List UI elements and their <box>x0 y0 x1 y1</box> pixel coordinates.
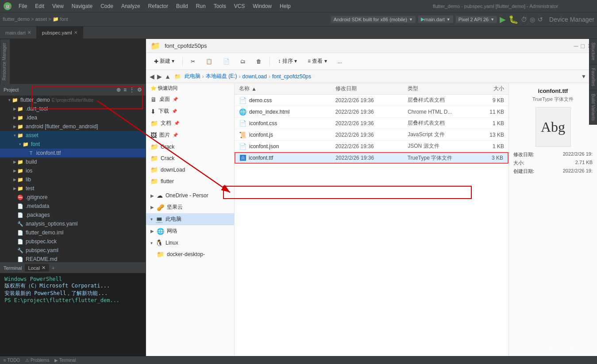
fe-nav-up[interactable]: ▲ <box>165 73 171 80</box>
tab-pubspec-yaml-close[interactable]: ✕ <box>74 30 77 35</box>
tab-main-dart[interactable]: main.dart ✕ <box>0 27 37 39</box>
fe-nav-onedrive[interactable]: ▶ ☁ OneDrive - Persor <box>146 190 234 201</box>
structure-tab[interactable]: Structure <box>589 39 597 65</box>
build-variants-tab[interactable]: Build Variants <box>589 90 597 125</box>
file-selector[interactable]: ▶ main.dart ▼ <box>418 15 453 23</box>
profile-button[interactable]: ⏱ <box>521 16 527 23</box>
tree-ios[interactable]: ▶ 📁 ios <box>0 166 146 175</box>
menu-edit[interactable]: Edit <box>31 2 48 10</box>
tab-pubspec-yaml[interactable]: pubspec.yaml ✕ <box>37 27 83 39</box>
tree-dart-tool[interactable]: ▶ 📁 .dart_tool <box>0 104 146 113</box>
tree-pubspec-yaml[interactable]: ▶ 🔧 pubspec.yaml <box>0 246 146 255</box>
file-row-iconfont-css[interactable]: 📄 iconfont.css 2022/2/26 19:36 层叠样式表文档 1… <box>235 118 508 129</box>
tab-main-dart-close[interactable]: ✕ <box>27 30 31 35</box>
run-button[interactable]: ▶ <box>500 15 506 24</box>
fe-bc-dropdown[interactable]: ▼ <box>581 73 586 80</box>
menu-vcs[interactable]: VCS <box>231 2 249 10</box>
fe-nav-jianguo[interactable]: ▶ 🥜 坚果云 <box>146 201 234 213</box>
menu-window[interactable]: Window <box>249 2 275 10</box>
resource-manager-tab[interactable]: Resource Manager <box>0 39 10 84</box>
coverage-button[interactable]: ◎ <box>530 16 535 23</box>
fe-nav-crack-2[interactable]: 📁 Crack <box>146 153 234 164</box>
fe-nav-crack-1[interactable]: 📁 Crack <box>146 141 234 153</box>
file-row-demo-html[interactable]: 🌐 demo_index.html 2022/2/26 19:36 Chrome… <box>235 106 508 118</box>
menu-tools[interactable]: Tools <box>210 2 230 10</box>
add-icon[interactable]: ⊕ <box>116 87 121 93</box>
terminal-tab-local[interactable]: Local ✕ <box>25 264 49 272</box>
file-row-demo-css[interactable]: 📄 demo.css 2022/2/26 19:36 层叠样式表文档 9 KB <box>235 95 508 106</box>
fe-nav-docker[interactable]: 📁 docker-desktop- <box>146 249 234 260</box>
tree-font[interactable]: ▾ 📁 font <box>0 140 146 149</box>
tree-gitignore[interactable]: ▶ ⛔ .gitignore <box>0 193 146 202</box>
fe-bc-download[interactable]: downLoad <box>243 73 267 80</box>
fe-bc-font[interactable]: font_cpofdz50ps <box>272 73 311 80</box>
menu-analyze[interactable]: Analyze <box>118 2 144 10</box>
tree-readme[interactable]: ▶ 📄 README.md <box>0 255 146 262</box>
menu-code[interactable]: Code <box>97 2 117 10</box>
tree-analysis-options[interactable]: ▶ 🔧 analysis_options.yaml <box>0 219 146 228</box>
gear-icon[interactable]: ⚙ <box>137 87 142 93</box>
menu-help[interactable]: Help <box>276 2 294 10</box>
terminal-add-button[interactable]: + <box>52 265 54 271</box>
tree-iconfont-ttf[interactable]: ▶ T iconfont.ttf <box>0 149 146 157</box>
fe-nav-network[interactable]: ▶ 🌐 网络 <box>146 225 234 237</box>
fe-col-size[interactable]: 大小 <box>480 85 504 92</box>
fe-col-date[interactable]: 修改日期 <box>335 85 408 92</box>
menu-file[interactable]: File <box>15 2 31 10</box>
menu-build[interactable]: Build <box>173 2 192 10</box>
device-selector[interactable]: Android SDK built for x86 (mobile) ▼ <box>331 16 416 23</box>
fe-nav-dl-folder[interactable]: 📁 downLoad <box>146 164 234 176</box>
tree-test[interactable]: ▶ 📁 test <box>0 184 146 193</box>
fe-cut-button[interactable]: ✂ <box>186 57 200 66</box>
terminal-tab-close[interactable]: ✕ <box>42 265 46 271</box>
tree-packages[interactable]: ▶ 📄 .packages <box>0 211 146 219</box>
fe-col-type[interactable]: 类型 <box>408 85 480 92</box>
statusbar-terminal[interactable]: ▶ Terminal <box>54 358 76 363</box>
tree-idea[interactable]: ▶ 📁 .idea <box>0 113 146 122</box>
fe-more-button[interactable]: ... <box>333 57 347 66</box>
fe-nav-flutter[interactable]: 📁 flutter <box>146 176 234 187</box>
fe-nav-desktop[interactable]: 🖥 桌面 📌 <box>146 93 234 105</box>
fe-nav-download[interactable]: ⬇ 下载 📌 <box>146 105 234 117</box>
fe-copy-button[interactable]: 📋 <box>201 57 217 66</box>
fe-minimize-button[interactable]: ─ <box>574 42 578 50</box>
fe-nav-documents[interactable]: 📁 文档 📌 <box>146 117 234 129</box>
fe-rename-button[interactable]: 🗂 <box>236 57 250 66</box>
api-selector[interactable]: Pixel 2 API 26 ▼ <box>456 16 497 23</box>
fe-nav-this-pc[interactable]: ▾ 💻 此电脑 <box>146 213 234 225</box>
fe-delete-button[interactable]: 🗑 <box>252 57 266 66</box>
tree-pubspec-lock[interactable]: ▶ 📄 pubspec.lock <box>0 237 146 246</box>
fe-view-button[interactable]: ≡ 查看 ▾ <box>303 56 331 67</box>
statusbar-problems[interactable]: ⚠ Problems <box>25 358 49 363</box>
fe-sort-button[interactable]: ↕ 排序 ▾ <box>273 56 301 67</box>
tree-metadata[interactable]: ▶ 📄 .metadata <box>0 202 146 211</box>
tree-lib[interactable]: ▶ 📁 lib <box>0 175 146 184</box>
tree-asset[interactable]: ▾ 📁 asset <box>0 131 146 140</box>
fe-nav-forward[interactable]: ▶ <box>157 73 162 80</box>
tree-flutter-demo[interactable]: ▾ 📁 flutter_demo E:\project\flutter\flut… <box>0 96 146 104</box>
menu-navigate[interactable]: Navigate <box>68 2 96 10</box>
fe-maximize-button[interactable]: □ <box>581 42 585 50</box>
refresh-button[interactable]: ↺ <box>538 16 543 23</box>
fe-bc-computer[interactable]: 此电脑 <box>185 73 200 80</box>
file-row-iconfont-json[interactable]: 📄 iconfont.json 2022/2/26 19:36 JSON 源文件… <box>235 141 508 152</box>
debug-button[interactable]: 🐛 <box>508 15 518 24</box>
tree-build[interactable]: ▶ 📁 build <box>0 157 146 166</box>
fe-nav-pictures[interactable]: 🖼 图片 📌 <box>146 129 234 141</box>
fe-col-name[interactable]: 名称 ▲ <box>239 85 335 92</box>
menu-refactor[interactable]: Refactor <box>145 2 172 10</box>
fe-nav-back[interactable]: ◀ <box>150 73 154 80</box>
menu-run[interactable]: Run <box>193 2 209 10</box>
fe-paste-button[interactable]: 📄 <box>219 57 234 66</box>
fe-new-button[interactable]: ✚ 新建 ▾ <box>150 56 179 67</box>
fe-nav-linux[interactable]: ▾ 🐧 Linux <box>146 237 234 249</box>
fe-bc-drive[interactable]: 本地磁盘 (E:) <box>206 73 237 80</box>
tree-android[interactable]: ▶ 📁 android [flutter_demo_android] <box>0 122 146 131</box>
file-row-iconfont-ttf[interactable]: 🅰 iconfont.ttf 2022/2/26 19:36 TrueType … <box>235 152 508 164</box>
statusbar-todo[interactable]: ≡ TODO <box>4 358 20 363</box>
favorites-tab[interactable]: Favorites <box>589 65 597 90</box>
file-row-iconfont-js[interactable]: 📜 iconfont.js 2022/2/26 19:36 JavaScript… <box>235 129 508 141</box>
sort-icon[interactable]: ≡ <box>123 87 127 93</box>
filter-icon[interactable]: ⋮ <box>129 87 135 93</box>
menu-view[interactable]: View <box>49 2 67 10</box>
